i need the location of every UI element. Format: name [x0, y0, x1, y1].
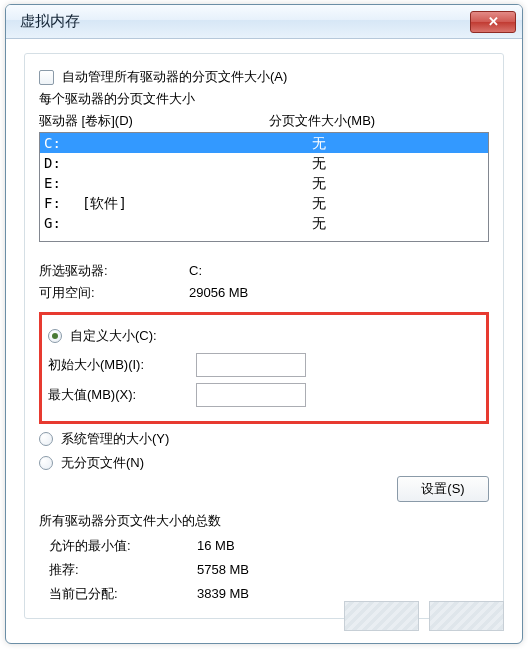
drive-row[interactable]: F: [软件] 无: [40, 193, 488, 213]
initial-size-input[interactable]: [196, 353, 306, 377]
drive-row[interactable]: C: 无: [40, 133, 488, 153]
cancel-button-obscured[interactable]: [429, 601, 504, 631]
dialog-buttons: [344, 601, 504, 631]
no-paging-radio[interactable]: [39, 456, 53, 470]
drive-label: [82, 133, 312, 153]
drive-row[interactable]: G: 无: [40, 213, 488, 233]
drive-size: 无: [312, 153, 484, 173]
no-paging-label: 无分页文件(N): [61, 452, 144, 474]
drive-label: [82, 153, 312, 173]
set-button-label: 设置(S): [421, 480, 464, 498]
min-allowed-label: 允许的最小值:: [39, 534, 197, 558]
titlebar: 虚拟内存 ✕: [6, 5, 522, 39]
per-drive-label: 每个驱动器的分页文件大小: [39, 90, 489, 108]
drive-info-block: 所选驱动器: C: 可用空间: 29056 MB: [39, 260, 489, 304]
initial-size-label: 初始大小(MB)(I):: [48, 356, 196, 374]
drive-row[interactable]: D: 无: [40, 153, 488, 173]
system-managed-radio[interactable]: [39, 432, 53, 446]
ok-button-obscured[interactable]: [344, 601, 419, 631]
current-value: 3839 MB: [197, 582, 249, 606]
auto-manage-checkbox[interactable]: [39, 70, 54, 85]
client-area: 自动管理所有驱动器的分页文件大小(A) 每个驱动器的分页文件大小 驱动器 [卷标…: [6, 39, 522, 629]
max-size-input[interactable]: [196, 383, 306, 407]
drive-listbox[interactable]: C: 无 D: 无 E: 无 F: [软件] 无: [39, 132, 489, 242]
current-label: 当前已分配:: [39, 582, 197, 606]
selected-drive-value: C:: [189, 260, 202, 282]
min-allowed-value: 16 MB: [197, 534, 235, 558]
custom-size-radio[interactable]: [48, 329, 62, 343]
drive-letter: F:: [44, 193, 82, 213]
drive-size: 无: [312, 213, 484, 233]
recommended-label: 推荐:: [39, 558, 197, 582]
recommended-value: 5758 MB: [197, 558, 249, 582]
custom-size-label: 自定义大小(C):: [70, 325, 157, 347]
total-heading: 所有驱动器分页文件大小的总数: [39, 512, 489, 530]
drive-label: [82, 213, 312, 233]
drive-label: [软件]: [82, 193, 312, 213]
auto-manage-label: 自动管理所有驱动器的分页文件大小(A): [62, 68, 287, 86]
main-groupbox: 自动管理所有驱动器的分页文件大小(A) 每个驱动器的分页文件大小 驱动器 [卷标…: [24, 53, 504, 619]
col-size-header: 分页文件大小(MB): [269, 112, 489, 130]
drive-size: 无: [312, 193, 484, 213]
drive-row[interactable]: E: 无: [40, 173, 488, 193]
close-icon: ✕: [488, 14, 499, 29]
virtual-memory-dialog: 虚拟内存 ✕ 自动管理所有驱动器的分页文件大小(A) 每个驱动器的分页文件大小 …: [5, 4, 523, 644]
max-size-label: 最大值(MB)(X):: [48, 386, 196, 404]
drive-letter: E:: [44, 173, 82, 193]
system-managed-label: 系统管理的大小(Y): [61, 428, 169, 450]
selected-drive-label: 所选驱动器:: [39, 260, 189, 282]
drive-letter: G:: [44, 213, 82, 233]
avail-space-value: 29056 MB: [189, 282, 248, 304]
set-button[interactable]: 设置(S): [397, 476, 489, 502]
auto-manage-row: 自动管理所有驱动器的分页文件大小(A): [39, 68, 489, 86]
drive-list-header: 驱动器 [卷标](D) 分页文件大小(MB): [39, 112, 489, 130]
drive-letter: D:: [44, 153, 82, 173]
col-drive-header: 驱动器 [卷标](D): [39, 112, 269, 130]
drive-label: [82, 173, 312, 193]
avail-space-label: 可用空间:: [39, 282, 189, 304]
other-radios: 系统管理的大小(Y) 无分页文件(N) 设置(S): [39, 428, 489, 502]
highlight-box: 自定义大小(C): 初始大小(MB)(I): 最大值(MB)(X):: [39, 312, 489, 424]
drive-size: 无: [312, 133, 484, 153]
window-title: 虚拟内存: [20, 12, 80, 31]
drive-letter: C:: [44, 133, 82, 153]
drive-size: 无: [312, 173, 484, 193]
close-button[interactable]: ✕: [470, 11, 516, 33]
